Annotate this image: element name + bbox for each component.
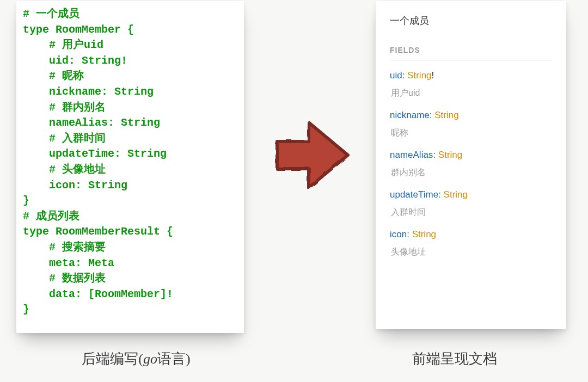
code-line: # 搜索摘要 [23, 241, 106, 254]
field-name: icon [390, 229, 407, 239]
field-type: String [444, 189, 468, 200]
code-line: icon: String [23, 179, 127, 192]
code-line: nickname: String [23, 85, 154, 98]
field-desc: 群内别名 [391, 167, 552, 178]
code-line: type RoomMemberResult { [23, 225, 173, 238]
caption-right: 前端呈现文档 [359, 349, 550, 368]
field-type: String [434, 110, 458, 120]
caption-left-go: go [143, 351, 157, 367]
field-row: updateTime: String [390, 189, 552, 200]
arrow-icon [266, 112, 353, 201]
field-desc: 入群时间 [391, 207, 552, 218]
code-line: updateTime: String [23, 147, 167, 160]
doc-panel: 一个成员 FIELDS uid: String!用户uidnickname: S… [376, 1, 566, 329]
field-colon: : [407, 229, 412, 239]
field-desc: 用户uid [391, 88, 552, 99]
field-row: nameAlias: String [390, 150, 552, 161]
code-line: } [23, 194, 29, 207]
field-colon: : [433, 150, 438, 160]
code-line: # 成员列表 [23, 210, 79, 223]
field-colon: : [430, 110, 434, 120]
code-line: data: [RoomMember]! [23, 288, 173, 300]
caption-left-post: 语言) [157, 351, 191, 367]
code-panel: # 一个成员 type RoomMember { # 用户uid uid: St… [16, 1, 244, 333]
code-line: # 一个成员 [23, 8, 79, 20]
doc-title: 一个成员 [390, 14, 552, 27]
code-line: } [23, 303, 29, 316]
field-name: nickname [390, 110, 430, 120]
code-line: meta: Meta [23, 257, 114, 269]
fields-list: uid: String!用户uidnickname: String昵称nameA… [390, 70, 552, 258]
field-name: nameAlias [390, 150, 433, 160]
field-row: icon: String [390, 229, 552, 240]
field-name: updateTime [390, 189, 438, 200]
code-line: nameAlias: String [23, 116, 160, 129]
code-line: # 头像地址 [23, 163, 106, 176]
field-type: String [412, 229, 436, 239]
field-required-bang: ! [432, 70, 434, 81]
code-line: uid: String! [23, 54, 127, 67]
field-row: nickname: String [390, 110, 552, 121]
code-line: # 数据列表 [23, 272, 106, 285]
field-desc: 头像地址 [391, 247, 552, 258]
code-line: # 群内别名 [23, 101, 106, 114]
field-desc: 昵称 [391, 127, 552, 139]
field-type: String [438, 150, 462, 160]
fields-heading: FIELDS [390, 46, 552, 60]
code-line: # 昵称 [23, 70, 84, 82]
code-line: type RoomMember { [23, 23, 134, 36]
caption-left: 后端编写(go语言) [33, 349, 240, 368]
caption-left-pre: 后端编写( [82, 351, 143, 367]
field-colon: : [438, 189, 443, 200]
field-type: String [407, 70, 431, 81]
field-row: uid: String! [390, 70, 552, 81]
caption-row: 后端编写(go语言) 前端呈现文档 [0, 349, 588, 368]
main-container: # 一个成员 type RoomMember { # 用户uid uid: St… [0, 0, 588, 333]
field-name: uid [390, 70, 402, 81]
field-colon: : [402, 70, 407, 81]
code-line: # 用户uid [23, 39, 103, 51]
code-line: # 入群时间 [23, 132, 106, 145]
